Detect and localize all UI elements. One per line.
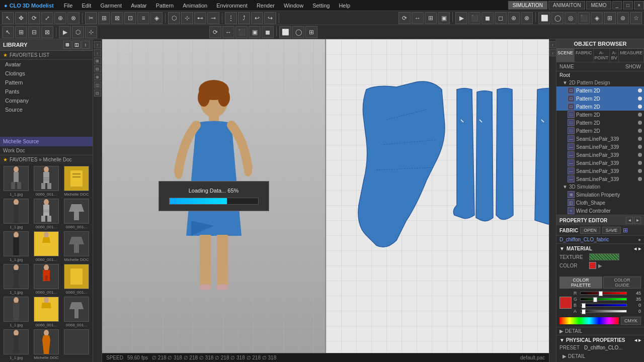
tool13[interactable]: ⬡ xyxy=(168,12,180,24)
slider-a-track[interactable] xyxy=(580,310,627,313)
thumb-15[interactable]: 0068_001... xyxy=(62,297,91,327)
menu-pattern[interactable]: Pattern xyxy=(152,2,178,10)
menu-animation[interactable]: Animation xyxy=(179,2,211,10)
simulation-mode-btn[interactable]: SIMULATION xyxy=(508,1,547,10)
lib-pants[interactable]: Pants xyxy=(0,87,93,96)
visibility-dot-4[interactable] xyxy=(638,113,642,117)
thumb-3[interactable]: Michelle DOC xyxy=(62,166,91,197)
tool14[interactable]: ⊹ xyxy=(181,12,193,24)
cmyk-btn[interactable]: CMYK xyxy=(621,317,641,325)
tool18[interactable]: ⤴ xyxy=(238,12,250,24)
close-btn[interactable]: × xyxy=(634,1,644,10)
tb2-r6[interactable]: ⬜ xyxy=(279,26,291,38)
tree-sim-prop[interactable]: ⊞ Simulation Property xyxy=(556,191,644,199)
view-tool2[interactable]: ↔ xyxy=(412,12,424,24)
menu-help[interactable]: Help xyxy=(335,2,354,10)
tree-seam-2[interactable]: — SeamLinePair_339 xyxy=(556,143,644,151)
view-tool4[interactable]: ▣ xyxy=(438,12,450,24)
rvt-btn2[interactable]: ↓ xyxy=(549,49,556,56)
view-tool15[interactable]: ◈ xyxy=(591,12,603,24)
phys-ctrl-2[interactable]: ▸ xyxy=(638,337,641,343)
view-tool17[interactable]: ⊛ xyxy=(617,12,629,24)
view-tool14[interactable]: ⬛ xyxy=(578,12,590,24)
tb2-r5[interactable]: ◼ xyxy=(262,26,274,38)
visibility-dot-6[interactable] xyxy=(638,129,642,133)
tb2-r2[interactable]: ↔ xyxy=(222,26,234,38)
vt-btn5[interactable]: ⊕ xyxy=(94,73,101,80)
thumb-4[interactable]: 1_1.jpg xyxy=(2,199,30,229)
tab-apoint[interactable]: A-POINT xyxy=(594,49,610,62)
lib-avatar[interactable]: Avatar xyxy=(0,60,93,69)
visibility-dot-5[interactable] xyxy=(638,121,642,125)
view-tool8[interactable]: ◻ xyxy=(495,12,507,24)
vt-btn4[interactable]: ⊟ xyxy=(94,65,101,72)
seam-dot-5[interactable] xyxy=(638,169,642,173)
tb2-r3[interactable]: ⬛ xyxy=(235,26,248,38)
material-ctrl-2[interactable]: ▸ xyxy=(638,246,641,251)
tool10[interactable]: ⊡ xyxy=(124,12,136,24)
thumb-12[interactable]: 0060_001... xyxy=(62,264,91,295)
tree-cloth-shape[interactable]: ◫ Cloth_Shape xyxy=(556,199,644,207)
color-expand-icon[interactable]: ▶ xyxy=(598,263,602,268)
seam-dot-4[interactable] xyxy=(638,161,642,165)
thumb-13[interactable]: 1_1.jpg xyxy=(2,297,30,327)
slider-g-thumb[interactable] xyxy=(593,297,597,302)
view-tool11[interactable]: ⬜ xyxy=(538,12,550,24)
viewport-2d[interactable] xyxy=(325,39,549,353)
tool9[interactable]: ⊠ xyxy=(111,12,123,24)
thumb-2[interactable]: 0060_001... xyxy=(32,166,60,197)
tb2-r1[interactable]: ⟳ xyxy=(209,26,221,38)
tool19[interactable]: ↩ xyxy=(251,12,263,24)
thumb-9[interactable]: Michelle DOC xyxy=(62,231,91,262)
slider-r-track[interactable] xyxy=(580,292,627,295)
tool20[interactable]: ↪ xyxy=(264,12,276,24)
tb2-1[interactable]: ↖ xyxy=(2,26,14,38)
vt-btn2[interactable]: ↓ xyxy=(94,49,101,56)
tab-abv[interactable]: A-BV xyxy=(610,49,619,62)
menu-environment[interactable]: Environment xyxy=(212,2,252,10)
hue-gradient[interactable] xyxy=(559,317,619,324)
tool16[interactable]: ⊸ xyxy=(207,12,219,24)
thumb-10[interactable]: 1_1.jpg xyxy=(2,264,30,295)
lib-btn2[interactable]: ◫ xyxy=(72,41,80,49)
vt-btn1[interactable]: ↑ xyxy=(94,41,101,48)
tab-fabric[interactable]: FABRIC xyxy=(575,49,594,62)
tree-seam-3[interactable]: — SeamLinePair_339 xyxy=(556,151,644,159)
tool15[interactable]: ⊷ xyxy=(194,12,206,24)
menu-render[interactable]: Render xyxy=(253,2,279,10)
tool12[interactable]: ◈ xyxy=(150,12,163,24)
tree-pattern-2d-6[interactable]: □ Pattern 2D xyxy=(556,127,644,135)
lib-btn3[interactable]: ↕ xyxy=(82,41,90,49)
prop-ctrl-1[interactable]: ◂ xyxy=(626,217,633,224)
slider-r-thumb[interactable] xyxy=(599,291,603,296)
slider-g-track[interactable] xyxy=(580,298,627,301)
tb2-r7[interactable]: ◯ xyxy=(292,26,304,38)
phys-collapse-icon[interactable]: ▼ xyxy=(559,337,565,343)
collapse-icon[interactable]: ▼ xyxy=(559,246,565,251)
viewport-3d[interactable]: Loading Data... 65% xyxy=(102,39,325,353)
rotate-tool[interactable]: ⟳ xyxy=(28,12,40,24)
color-palette-tab[interactable]: COLOR PALETTE xyxy=(559,277,602,289)
scale-tool[interactable]: ⤢ xyxy=(41,12,53,24)
tree-pattern-2d-2[interactable]: □ Pattern 2D xyxy=(556,95,644,103)
tree-pattern-2d-1[interactable]: □ Pattern 2D xyxy=(556,86,644,95)
tree-cat-2d[interactable]: ▼ 2D Pattern Design xyxy=(556,79,644,86)
lib-clotings[interactable]: Clotings xyxy=(0,69,93,78)
thumb-8[interactable]: 0060_001... xyxy=(32,231,60,262)
tree-cat-3d[interactable]: ▼ 3D Simulation xyxy=(556,183,644,191)
visibility-dot-3[interactable] xyxy=(638,105,642,109)
favorites-bar[interactable]: ★ FAVORITES LIST xyxy=(0,51,93,60)
rvt-btn1[interactable]: ↑ xyxy=(549,41,556,48)
lib-company[interactable]: Company xyxy=(0,96,93,105)
animation-mode-btn[interactable]: ANIMAITON xyxy=(548,1,585,10)
thumb-7[interactable]: 1_1.jpg xyxy=(2,231,30,262)
save-btn[interactable]: SAVE xyxy=(602,227,621,234)
thumb-5[interactable]: 0060_001... xyxy=(32,199,60,229)
color-swatch[interactable] xyxy=(589,262,596,269)
menu-setting[interactable]: Setting xyxy=(308,2,334,10)
material-ctrl-1[interactable]: ◂ xyxy=(634,246,636,251)
tb2-2[interactable]: ⊞ xyxy=(15,26,27,38)
move-tool[interactable]: ✥ xyxy=(15,12,27,24)
menu-garment[interactable]: Garment xyxy=(96,2,126,10)
view-tool1[interactable]: ⟳ xyxy=(398,12,411,24)
